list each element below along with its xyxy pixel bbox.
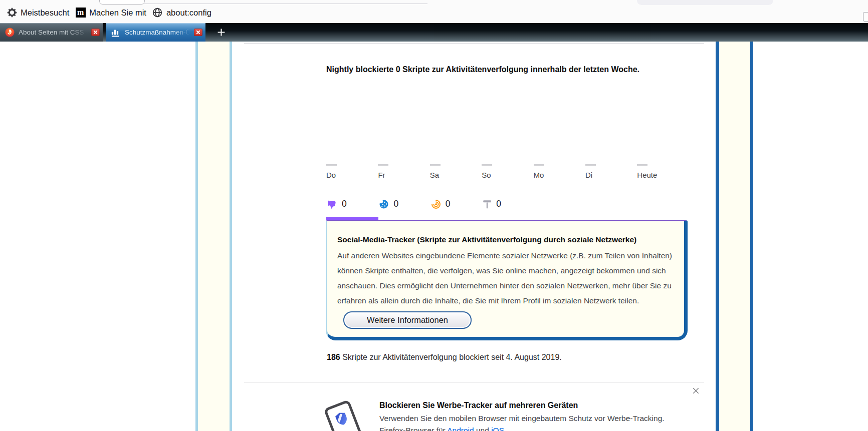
fingerprint-icon — [431, 199, 441, 209]
bookmark-label: Meistbesucht — [21, 8, 69, 18]
card-description-line: anschauen. Dies ermöglicht den Unternehm… — [337, 278, 674, 293]
urlbar-fragment[interactable] — [99, 0, 145, 5]
m-badge-icon: m — [75, 8, 86, 18]
mobile-promo-text: Verwenden Sie den mobilen Browser mit ei… — [379, 414, 665, 423]
android-link[interactable]: Android — [447, 426, 474, 431]
graph-zero-bar — [534, 164, 544, 166]
graph-day-column: Mo — [534, 164, 585, 179]
mobile-promo-text: und — [474, 426, 491, 431]
thumbs-down-icon — [327, 199, 337, 209]
tab-title: Schutzmaßnahmen-Ü — [125, 29, 192, 36]
toolbar-overflow-button[interactable] — [863, 12, 868, 22]
graph-zero-bar — [585, 164, 596, 166]
nightly-flame-icon — [5, 28, 15, 38]
category-count: 0 — [446, 199, 451, 209]
tracker-category-bar: 0 0 — [327, 199, 535, 209]
category-count: 0 — [393, 199, 398, 209]
category-count: 0 — [342, 199, 347, 209]
hammer-icon — [483, 199, 492, 209]
section-divider — [244, 382, 704, 382]
bookmark-machen-sie-mit[interactable]: m Machen Sie mit — [75, 8, 146, 18]
protections-page: Nightly blockierte 0 Skripte zur Aktivit… — [0, 42, 868, 431]
bookmark-label: about:config — [166, 8, 211, 18]
close-icon[interactable] — [691, 386, 700, 395]
graph-zero-bar — [482, 164, 492, 166]
mobile-phone-shield-icon — [324, 400, 364, 431]
ios-link[interactable]: iOS — [491, 426, 504, 431]
card-description-line: können Skripte enthalten, die verfolgen,… — [337, 263, 674, 278]
blocked-count: 186 — [327, 353, 340, 361]
tab-close-icon[interactable] — [91, 29, 100, 36]
category-cryptominer[interactable]: 0 — [483, 199, 534, 209]
blocked-since-stats: 186 Skripte zur Aktivitätenverfolgung bl… — [327, 353, 562, 362]
graph-zero-bar — [430, 164, 441, 166]
card-description-line: Auf anderen Websites eingebundene Elemen… — [337, 248, 674, 263]
day-label: Di — [585, 171, 637, 179]
gear-icon — [7, 8, 17, 18]
graph-heading: Nightly blockierte 0 Skripte zur Aktivit… — [326, 65, 639, 74]
browser-window: Meistbesucht m Machen Sie mit — [0, 0, 868, 431]
mobile-promo-links: Firefox-Browser für Android und iOS. — [379, 426, 506, 431]
card-title: Social-Media-Tracker (Skripte zur Aktivi… — [337, 235, 674, 244]
day-label: Do — [326, 171, 378, 179]
day-label: Fr — [378, 171, 429, 179]
tab-bar: About Seiten mit CSS Schutzmaßnahmen-Ü — [0, 23, 868, 42]
tab-close-icon[interactable] — [194, 29, 202, 36]
day-label: So — [482, 171, 533, 179]
social-media-tracker-card: Social-Media-Tracker (Skripte zur Aktivi… — [326, 220, 688, 340]
graph-day-column: Sa — [430, 164, 482, 179]
graph-zero-bar — [637, 164, 647, 166]
bookmark-label: Machen Sie mit — [89, 8, 146, 18]
right-note-column — [716, 42, 753, 431]
section-divider — [244, 43, 704, 44]
category-count: 0 — [496, 199, 501, 209]
mobile-promo-text: . — [504, 426, 506, 431]
day-label: Sa — [430, 171, 482, 179]
weitere-informationen-button[interactable]: Weitere Informationen — [343, 311, 472, 329]
graph-zero-bar — [326, 164, 337, 166]
tab-about-seiten-mit-css[interactable]: About Seiten mit CSS — [0, 23, 103, 42]
tab-schutzmassnahmen[interactable]: Schutzmaßnahmen-Ü — [106, 23, 205, 42]
blocked-text: Skripte zur Aktivitätenverfolgung blocki… — [340, 353, 562, 361]
graph-zero-bar — [378, 164, 388, 166]
mobile-promo-text: Firefox-Browser für — [379, 426, 447, 431]
graph-day-column: So — [482, 164, 533, 179]
weekly-graph: Do Fr Sa So Mo Di — [326, 164, 689, 179]
new-tab-button[interactable] — [214, 25, 228, 39]
mobile-promo-title: Blockieren Sie Werbe-Tracker auf mehrere… — [379, 401, 578, 410]
category-cookies[interactable]: 0 — [379, 199, 430, 209]
card-description: Auf anderen Websites eingebundene Elemen… — [337, 248, 674, 308]
category-fingerprinter[interactable]: 0 — [431, 199, 483, 209]
bookmark-meistbesucht[interactable]: Meistbesucht — [7, 8, 69, 18]
graph-day-column: Heute — [637, 164, 689, 179]
left-note-column — [195, 42, 232, 431]
bookmark-about-config[interactable]: about:config — [152, 8, 211, 18]
day-label: Mo — [534, 171, 585, 179]
category-social-media-tracker[interactable]: 0 — [327, 199, 379, 209]
searchbar-fragment[interactable] — [637, 0, 773, 5]
navigation-toolbar: Meistbesucht m Machen Sie mit — [0, 0, 868, 23]
graph-day-column: Di — [585, 164, 637, 179]
graph-day-column: Fr — [378, 164, 429, 179]
bar-chart-icon — [111, 28, 121, 38]
card-description-line: erfahren als allein durch die Inhalte, d… — [337, 293, 674, 308]
globe-icon — [152, 8, 163, 18]
cookie-icon — [379, 199, 389, 209]
day-label: Heute — [637, 171, 689, 179]
toolbar-divider — [144, 4, 427, 4]
tab-title: About Seiten mit CSS — [19, 29, 89, 36]
graph-day-column: Do — [326, 164, 378, 179]
bookmarks-toolbar: Meistbesucht m Machen Sie mit — [7, 6, 218, 19]
